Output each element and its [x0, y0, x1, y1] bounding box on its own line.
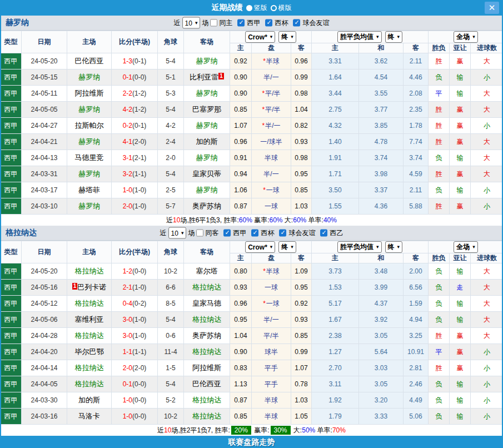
away-odds: 0.85	[291, 328, 312, 344]
away-odds: 0.96	[291, 53, 312, 69]
league-checkbox-西杯[interactable]	[265, 19, 272, 27]
league-checkbox-西甲[interactable]	[223, 230, 231, 237]
goals-result-cell: 小	[471, 409, 503, 425]
match-row: 西甲24-03-16马洛卡1-0(0-0)10-2格拉纳达0.85半球1.051…	[1, 409, 503, 425]
goals-result-cell: 大	[471, 53, 503, 69]
fulltime-score: 2-2	[123, 89, 132, 97]
avg-metric-select[interactable]: 胜平负均值▾	[337, 31, 382, 43]
league-checkbox-西杯[interactable]	[251, 230, 258, 237]
avg-metric-select[interactable]: 胜平负均值▾	[337, 241, 382, 253]
league-checkbox-球会友谊[interactable]	[279, 230, 286, 237]
goals-result-cell: 大	[471, 166, 503, 182]
recent-count-select[interactable]: 10 ▾	[168, 227, 187, 239]
corner-count: 4-2	[158, 118, 184, 134]
home-team: 马德里竞	[67, 150, 112, 166]
home-team: 格拉纳达	[67, 376, 112, 392]
match-date: 24-04-14	[22, 360, 67, 376]
goals-result-cell: 小	[471, 69, 503, 86]
away-team: 格拉纳达	[184, 344, 230, 360]
favorite-star: *	[263, 300, 266, 307]
match-row: 西甲24-05-12格拉纳达0-4(0-2)8-5皇家马德0.96*一球0.92…	[1, 296, 503, 312]
league-handicap-trend-bar[interactable]: 联赛盘路走势	[0, 436, 503, 448]
avg-home-odds: 1.92	[312, 392, 359, 409]
corner-count: 10-2	[158, 263, 184, 280]
match-date: 24-05-06	[22, 312, 67, 328]
league-label: 西甲	[247, 18, 260, 28]
same-venue-label: 同主	[219, 18, 232, 28]
handicap-result-cell: 输	[450, 376, 471, 392]
match-row: 西甲24-03-30加的斯1-0(0-0)5-2格拉纳达0.87半球1.031.…	[1, 392, 503, 409]
avg-draw-odds: 3.92	[359, 312, 404, 328]
away-team: 赫罗纳	[184, 182, 230, 198]
radio-horizontal-layout[interactable]: 横版	[271, 3, 292, 13]
sub-header: 进球数	[471, 253, 503, 263]
recent-count-select[interactable]: 10 ▾	[182, 17, 201, 29]
halftime-score: (1-2)	[132, 89, 146, 97]
handicap-result-cell: 走	[450, 280, 471, 296]
away-team: 巴伦西亚	[184, 376, 230, 392]
league-checkbox-西甲[interactable]	[237, 19, 245, 27]
chevron-down-icon: ▾	[181, 231, 184, 236]
avg-home-odds: 5.17	[312, 296, 359, 312]
avg-stage-select[interactable]: 终▾	[385, 31, 403, 43]
radio-vertical-layout[interactable]: 竖版	[246, 3, 267, 13]
handicap-line: 半/一	[252, 69, 291, 86]
radio-unselected-icon	[271, 5, 277, 11]
avg-draw-odds: 3.20	[359, 392, 404, 409]
home-team: 格拉纳达	[67, 263, 112, 280]
sub-header: 胜负	[429, 43, 450, 53]
favorite-star: *	[262, 106, 265, 113]
chevron-down-icon: ▾	[195, 21, 198, 26]
fulltime-score: 1-3	[123, 57, 132, 65]
home-odds: 0.96	[230, 296, 252, 312]
corner-count: 6-6	[158, 280, 184, 296]
odds-company-select[interactable]: Crow*▾	[245, 241, 275, 253]
avg-draw-odds: 5.64	[359, 344, 404, 360]
away-team: 格拉纳达	[184, 312, 230, 328]
sub-header: 亚让	[450, 253, 471, 263]
handicap-result-cell: 输	[450, 392, 471, 409]
avg-home-odds: 2.70	[312, 360, 359, 376]
summary-part: 大:	[292, 426, 302, 434]
league-label: 球会友谊	[302, 18, 329, 28]
fulltime-score: 2-0	[123, 364, 132, 372]
away-odds: 1.07	[291, 360, 312, 376]
avg-stage-select[interactable]: 终▾	[385, 241, 403, 253]
match-row: 西甲24-05-15赫罗纳0-1(0-0)5-1比利亚雷10.90半/一0.99…	[1, 69, 503, 86]
match-date: 24-03-10	[22, 198, 67, 215]
home-team: 格拉纳达	[67, 328, 112, 344]
odds-company-select[interactable]: Crow*▾	[245, 31, 275, 43]
sub-header: 和	[359, 253, 404, 263]
league-checkbox-西乙[interactable]	[320, 230, 327, 237]
filter-bar: 近 10 ▾ 场 同主 西甲西杯球会友谊	[172, 17, 331, 29]
odds-stage-select[interactable]: 终▾	[278, 31, 296, 43]
same-venue-checkbox[interactable]	[210, 19, 217, 27]
league-checkbox-球会友谊[interactable]	[293, 19, 300, 27]
avg-away-odds: 2.00	[404, 263, 429, 280]
halftime-score: (1-2)	[132, 106, 146, 113]
away-team: 赫罗纳	[184, 118, 230, 134]
match-row: 西甲24-04-27拉斯帕尔0-2(0-1)4-2赫罗纳1.07*半/一0.82…	[1, 118, 503, 134]
goals-result-cell: 小	[471, 118, 503, 134]
match-row: 西甲24-04-20毕尔巴鄂1-1(1-1)11-4格拉纳达0.90球半0.99…	[1, 344, 503, 360]
titlebar: 近期战绩 竖版 横版 ✕	[0, 0, 503, 16]
halftime-score: (0-0)	[132, 412, 146, 420]
summary-part: 大:	[283, 216, 293, 224]
away-odds: 1.03	[291, 392, 312, 409]
scope-select[interactable]: 全场▾	[454, 31, 478, 43]
close-button[interactable]: ✕	[485, 2, 499, 14]
summary-part: 近	[166, 216, 173, 224]
away-team: 格拉纳达	[184, 392, 230, 409]
handicap-line: *一球	[252, 182, 291, 198]
avg-group-header: 胜平负均值▾终▾	[312, 241, 429, 253]
home-odds: 0.83	[230, 360, 252, 376]
league-filter-group: 西甲西杯球会友谊	[234, 18, 331, 28]
handicap-line: *半球	[252, 263, 291, 280]
league-type-cell: 西甲	[1, 263, 22, 280]
odds-stage-select[interactable]: 终▾	[278, 241, 296, 253]
scope-select[interactable]: 全场▾	[454, 241, 478, 253]
away-team: 比利亚雷1	[184, 69, 230, 86]
avg-draw-odds: 3.85	[359, 118, 404, 134]
same-venue-checkbox[interactable]	[196, 230, 203, 237]
radio-vertical-label: 竖版	[254, 3, 267, 13]
